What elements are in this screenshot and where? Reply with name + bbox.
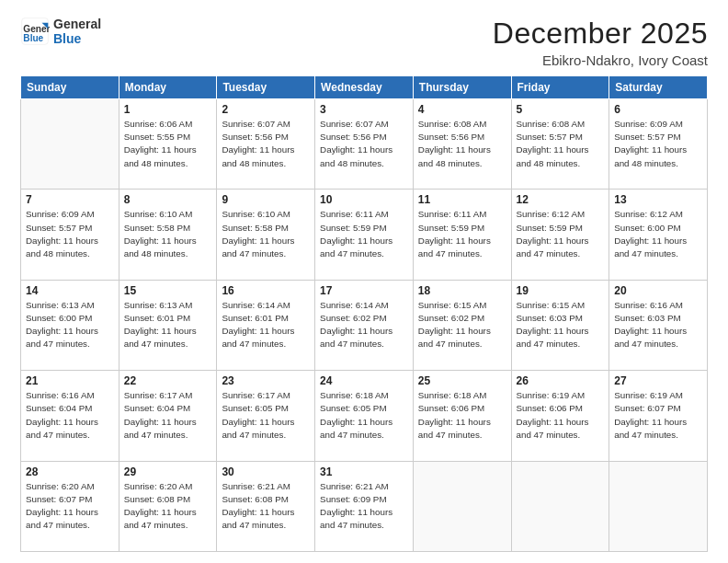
- calendar-cell: 6Sunrise: 6:09 AM Sunset: 5:57 PM Daylig…: [609, 99, 708, 190]
- day-number: 17: [320, 284, 408, 297]
- header: General Blue General Blue December 2025 …: [20, 17, 708, 68]
- calendar-cell: 29Sunrise: 6:20 AM Sunset: 6:08 PM Dayli…: [119, 461, 217, 551]
- day-number: 10: [320, 193, 408, 206]
- day-info: Sunrise: 6:15 AM Sunset: 6:02 PM Dayligh…: [418, 299, 506, 351]
- weekday-header-sunday: Sunday: [21, 76, 119, 99]
- day-info: Sunrise: 6:19 AM Sunset: 6:06 PM Dayligh…: [517, 389, 605, 442]
- calendar-cell: 15Sunrise: 6:13 AM Sunset: 6:01 PM Dayli…: [119, 280, 217, 370]
- calendar-table: SundayMondayTuesdayWednesdayThursdayFrid…: [20, 75, 708, 552]
- calendar-cell: 4Sunrise: 6:08 AM Sunset: 5:56 PM Daylig…: [413, 99, 511, 190]
- day-number: 26: [517, 374, 605, 387]
- day-number: 15: [124, 284, 212, 297]
- calendar-cell: 10Sunrise: 6:11 AM Sunset: 5:59 PM Dayli…: [315, 190, 414, 280]
- day-number: 24: [320, 374, 408, 387]
- calendar-cell: [413, 461, 511, 551]
- day-number: 31: [320, 465, 408, 478]
- calendar-cell: 8Sunrise: 6:10 AM Sunset: 5:58 PM Daylig…: [119, 190, 217, 280]
- calendar-cell: 14Sunrise: 6:13 AM Sunset: 6:00 PM Dayli…: [21, 280, 119, 370]
- logo-text-blue: Blue: [53, 31, 101, 46]
- calendar-cell: 9Sunrise: 6:10 AM Sunset: 5:58 PM Daylig…: [217, 190, 315, 280]
- day-number: 8: [124, 193, 212, 206]
- day-number: 16: [222, 284, 310, 297]
- day-number: 4: [418, 103, 506, 116]
- svg-text:Blue: Blue: [23, 33, 43, 43]
- day-info: Sunrise: 6:09 AM Sunset: 5:57 PM Dayligh…: [614, 118, 702, 170]
- day-number: 2: [222, 103, 310, 116]
- calendar-week-2: 14Sunrise: 6:13 AM Sunset: 6:00 PM Dayli…: [21, 280, 708, 370]
- calendar-cell: 22Sunrise: 6:17 AM Sunset: 6:04 PM Dayli…: [119, 371, 217, 461]
- calendar-cell: 26Sunrise: 6:19 AM Sunset: 6:06 PM Dayli…: [511, 371, 609, 461]
- calendar-cell: 18Sunrise: 6:15 AM Sunset: 6:02 PM Dayli…: [413, 280, 511, 370]
- day-info: Sunrise: 6:16 AM Sunset: 6:04 PM Dayligh…: [26, 389, 114, 442]
- day-info: Sunrise: 6:07 AM Sunset: 5:56 PM Dayligh…: [320, 118, 408, 170]
- weekday-header-wednesday: Wednesday: [315, 76, 414, 99]
- weekday-header-saturday: Saturday: [609, 76, 708, 99]
- weekday-header-row: SundayMondayTuesdayWednesdayThursdayFrid…: [21, 76, 708, 99]
- day-info: Sunrise: 6:13 AM Sunset: 6:00 PM Dayligh…: [26, 299, 114, 351]
- calendar-cell: 1Sunrise: 6:06 AM Sunset: 5:55 PM Daylig…: [119, 99, 217, 190]
- day-info: Sunrise: 6:11 AM Sunset: 5:59 PM Dayligh…: [418, 208, 506, 260]
- day-number: 3: [320, 103, 408, 116]
- weekday-header-tuesday: Tuesday: [217, 76, 315, 99]
- calendar-week-1: 7Sunrise: 6:09 AM Sunset: 5:57 PM Daylig…: [21, 190, 708, 280]
- day-info: Sunrise: 6:17 AM Sunset: 6:05 PM Dayligh…: [222, 389, 310, 442]
- calendar-cell: 3Sunrise: 6:07 AM Sunset: 5:56 PM Daylig…: [315, 99, 414, 190]
- day-number: 25: [418, 374, 506, 387]
- day-number: 12: [517, 193, 605, 206]
- calendar-cell: 28Sunrise: 6:20 AM Sunset: 6:07 PM Dayli…: [21, 461, 119, 551]
- calendar-cell: 11Sunrise: 6:11 AM Sunset: 5:59 PM Dayli…: [413, 190, 511, 280]
- calendar-cell: 13Sunrise: 6:12 AM Sunset: 6:00 PM Dayli…: [609, 190, 708, 280]
- calendar-cell: 30Sunrise: 6:21 AM Sunset: 6:08 PM Dayli…: [217, 461, 315, 551]
- day-info: Sunrise: 6:13 AM Sunset: 6:01 PM Dayligh…: [124, 299, 212, 351]
- calendar-week-3: 21Sunrise: 6:16 AM Sunset: 6:04 PM Dayli…: [21, 371, 708, 461]
- day-number: 13: [614, 193, 702, 206]
- logo-icon: General Blue: [20, 17, 50, 46]
- day-info: Sunrise: 6:14 AM Sunset: 6:02 PM Dayligh…: [320, 299, 408, 351]
- day-info: Sunrise: 6:15 AM Sunset: 6:03 PM Dayligh…: [517, 299, 605, 351]
- calendar-cell: 25Sunrise: 6:18 AM Sunset: 6:06 PM Dayli…: [413, 371, 511, 461]
- calendar-cell: 7Sunrise: 6:09 AM Sunset: 5:57 PM Daylig…: [21, 190, 119, 280]
- day-number: 9: [222, 193, 310, 206]
- calendar-cell: 27Sunrise: 6:19 AM Sunset: 6:07 PM Dayli…: [609, 371, 708, 461]
- calendar-cell: 17Sunrise: 6:14 AM Sunset: 6:02 PM Dayli…: [315, 280, 414, 370]
- day-info: Sunrise: 6:18 AM Sunset: 6:06 PM Dayligh…: [418, 389, 506, 442]
- day-number: 7: [26, 193, 114, 206]
- calendar-cell: [511, 461, 609, 551]
- day-info: Sunrise: 6:14 AM Sunset: 6:01 PM Dayligh…: [222, 299, 310, 351]
- calendar-cell: 23Sunrise: 6:17 AM Sunset: 6:05 PM Dayli…: [217, 371, 315, 461]
- day-info: Sunrise: 6:19 AM Sunset: 6:07 PM Dayligh…: [614, 389, 702, 442]
- calendar-cell: 2Sunrise: 6:07 AM Sunset: 5:56 PM Daylig…: [217, 99, 315, 190]
- calendar-cell: 5Sunrise: 6:08 AM Sunset: 5:57 PM Daylig…: [511, 99, 609, 190]
- day-number: 30: [222, 465, 310, 478]
- day-number: 21: [26, 374, 114, 387]
- day-info: Sunrise: 6:20 AM Sunset: 6:08 PM Dayligh…: [124, 480, 212, 533]
- page: General Blue General Blue December 2025 …: [0, 0, 728, 563]
- day-number: 6: [614, 103, 702, 116]
- calendar-cell: 12Sunrise: 6:12 AM Sunset: 5:59 PM Dayli…: [511, 190, 609, 280]
- day-number: 20: [614, 284, 702, 297]
- calendar-cell: 24Sunrise: 6:18 AM Sunset: 6:05 PM Dayli…: [315, 371, 414, 461]
- weekday-header-thursday: Thursday: [413, 76, 511, 99]
- day-info: Sunrise: 6:09 AM Sunset: 5:57 PM Dayligh…: [26, 208, 114, 260]
- day-info: Sunrise: 6:16 AM Sunset: 6:03 PM Dayligh…: [614, 299, 702, 351]
- month-title: December 2025: [493, 17, 708, 51]
- day-number: 1: [124, 103, 212, 116]
- logo-area: General Blue General Blue: [20, 17, 101, 46]
- day-info: Sunrise: 6:20 AM Sunset: 6:07 PM Dayligh…: [26, 480, 114, 533]
- calendar-cell: 21Sunrise: 6:16 AM Sunset: 6:04 PM Dayli…: [21, 371, 119, 461]
- day-info: Sunrise: 6:10 AM Sunset: 5:58 PM Dayligh…: [222, 208, 310, 260]
- day-info: Sunrise: 6:18 AM Sunset: 6:05 PM Dayligh…: [320, 389, 408, 442]
- day-info: Sunrise: 6:06 AM Sunset: 5:55 PM Dayligh…: [124, 118, 212, 170]
- day-info: Sunrise: 6:08 AM Sunset: 5:56 PM Dayligh…: [418, 118, 506, 170]
- calendar-cell: 20Sunrise: 6:16 AM Sunset: 6:03 PM Dayli…: [609, 280, 708, 370]
- day-number: 23: [222, 374, 310, 387]
- day-info: Sunrise: 6:12 AM Sunset: 5:59 PM Dayligh…: [517, 208, 605, 260]
- day-info: Sunrise: 6:11 AM Sunset: 5:59 PM Dayligh…: [320, 208, 408, 260]
- day-number: 5: [517, 103, 605, 116]
- calendar-cell: 16Sunrise: 6:14 AM Sunset: 6:01 PM Dayli…: [217, 280, 315, 370]
- day-info: Sunrise: 6:08 AM Sunset: 5:57 PM Dayligh…: [517, 118, 605, 170]
- day-info: Sunrise: 6:10 AM Sunset: 5:58 PM Dayligh…: [124, 208, 212, 260]
- day-number: 27: [614, 374, 702, 387]
- title-area: December 2025 Ebikro-Ndakro, Ivory Coast: [493, 17, 708, 68]
- day-number: 19: [517, 284, 605, 297]
